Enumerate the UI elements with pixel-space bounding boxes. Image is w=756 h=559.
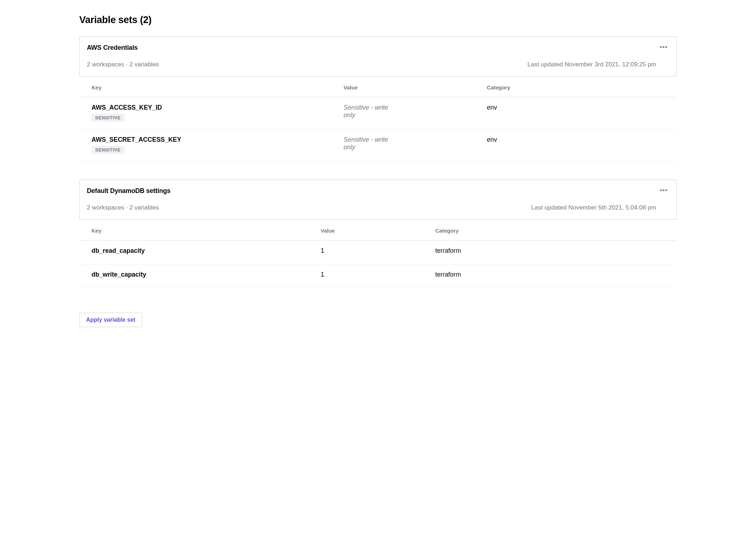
varset-meta-updated: Last updated November 5th 2021, 5:04:08 … — [531, 204, 669, 211]
table-row: db_read_capacity 1 terraform — [79, 241, 677, 264]
more-icon[interactable]: ••• — [658, 43, 669, 51]
more-icon[interactable]: ••• — [658, 186, 669, 194]
varset-meta-summary: 2 workspaces · 2 variables — [87, 61, 159, 68]
variable-category: env — [487, 136, 664, 144]
col-header-key: Key — [92, 228, 321, 234]
variable-value: 1 — [321, 247, 435, 255]
sensitive-badge: SENSITIVE — [92, 146, 124, 154]
variable-table-dynamodb: Key Value Category db_read_capacity 1 te… — [79, 220, 677, 288]
varset-name: AWS Credentials — [87, 44, 138, 52]
col-header-category: Category — [435, 228, 664, 234]
varset-meta-updated: Last updated November 3rd 2021, 12:09:25… — [528, 61, 669, 68]
variable-category: env — [487, 104, 664, 111]
table-row: db_write_capacity 1 terraform — [79, 264, 677, 288]
variable-key: db_read_capacity — [92, 247, 321, 255]
variable-key: AWS_SECRET_ACCESS_KEY — [92, 136, 344, 144]
variable-category: terraform — [435, 271, 664, 278]
variable-value: Sensitive - write only — [344, 104, 398, 119]
col-header-value: Value — [344, 84, 487, 91]
sensitive-badge: SENSITIVE — [92, 114, 124, 122]
varset-card-dynamodb: Default DynamoDB settings ••• 2 workspac… — [79, 180, 677, 220]
table-header: Key Value Category — [79, 220, 677, 241]
col-header-value: Value — [321, 228, 435, 234]
varset-card-aws-credentials: AWS Credentials ••• 2 workspaces · 2 var… — [79, 36, 677, 76]
variable-key: db_write_capacity — [92, 271, 321, 278]
varset-name: Default DynamoDB settings — [87, 187, 170, 195]
page-title: Variable sets (2) — [79, 14, 677, 26]
table-row: AWS_ACCESS_KEY_ID SENSITIVE Sensitive - … — [79, 97, 677, 129]
col-header-key: Key — [92, 84, 344, 91]
table-row: AWS_SECRET_ACCESS_KEY SENSITIVE Sensitiv… — [79, 129, 677, 162]
variable-value: Sensitive - write only — [344, 136, 398, 151]
variable-key: AWS_ACCESS_KEY_ID — [92, 104, 344, 111]
col-header-category: Category — [487, 84, 664, 91]
variable-table-aws: Key Value Category AWS_ACCESS_KEY_ID SEN… — [79, 76, 677, 162]
variable-category: terraform — [435, 247, 664, 255]
table-header: Key Value Category — [79, 76, 677, 97]
varset-meta-summary: 2 workspaces · 2 variables — [87, 204, 159, 211]
apply-variable-set-button[interactable]: Apply variable set — [79, 313, 142, 327]
variable-value: 1 — [321, 271, 435, 278]
